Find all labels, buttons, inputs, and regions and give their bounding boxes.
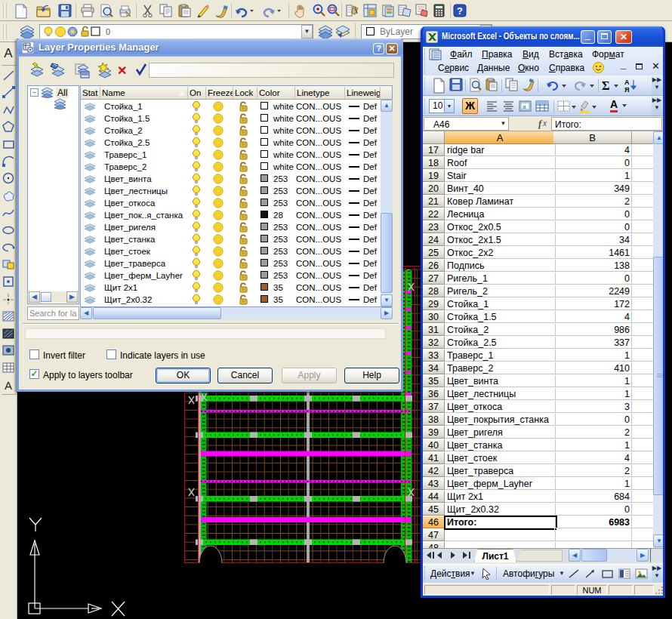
svg-text:a: a: [522, 103, 526, 110]
svg-text:Я: Я: [624, 86, 629, 94]
svg-text:Σ: Σ: [602, 79, 609, 92]
svg-text:✕: ✕: [117, 64, 127, 77]
svg-text:А: А: [624, 79, 630, 86]
